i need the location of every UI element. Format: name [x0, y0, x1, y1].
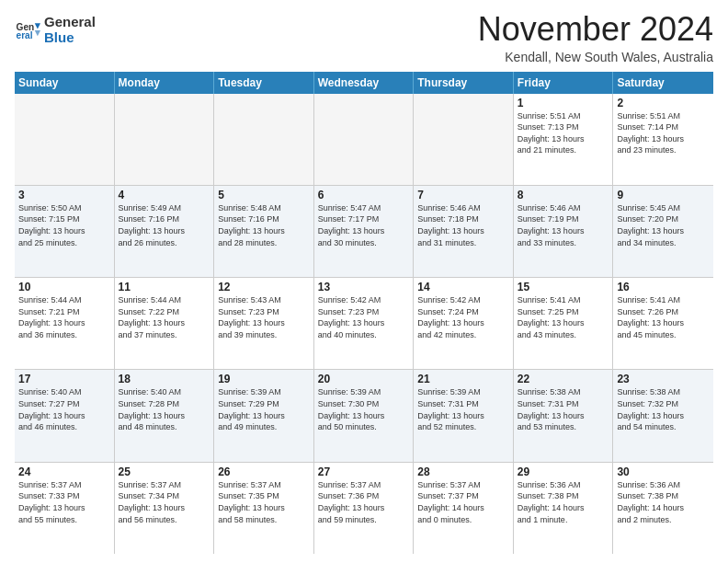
day-10: 10Sunrise: 5:44 AMSunset: 7:21 PMDayligh…	[15, 278, 115, 369]
day-18: 18Sunrise: 5:40 AMSunset: 7:28 PMDayligh…	[115, 370, 215, 461]
day-11: 11Sunrise: 5:44 AMSunset: 7:22 PMDayligh…	[115, 278, 215, 369]
day-22: 22Sunrise: 5:38 AMSunset: 7:31 PMDayligh…	[514, 370, 614, 461]
title-block: November 2024 Kendall, New South Wales, …	[478, 11, 713, 64]
day-1: 1Sunrise: 5:51 AMSunset: 7:13 PMDaylight…	[514, 94, 614, 185]
week-row-3: 10Sunrise: 5:44 AMSunset: 7:21 PMDayligh…	[15, 278, 713, 370]
day-26: 26Sunrise: 5:37 AMSunset: 7:35 PMDayligh…	[214, 463, 314, 554]
header-monday: Monday	[115, 72, 215, 94]
empty-cell	[115, 94, 215, 185]
logo-blue: Blue	[44, 29, 74, 45]
day-number: 24	[18, 465, 110, 478]
day-number: 21	[417, 373, 509, 385]
day-13: 13Sunrise: 5:42 AMSunset: 7:23 PMDayligh…	[314, 278, 415, 369]
day-number: 22	[518, 373, 609, 385]
day-number: 3	[18, 189, 110, 201]
day-number: 7	[417, 189, 509, 201]
day-number: 10	[18, 281, 110, 293]
day-number: 27	[318, 465, 410, 478]
day-number: 16	[617, 281, 710, 293]
header-wednesday: Wednesday	[314, 72, 415, 94]
day-number: 15	[518, 281, 609, 293]
day-info: Sunrise: 5:39 AMSunset: 7:29 PMDaylight:…	[218, 386, 310, 432]
day-7: 7Sunrise: 5:46 AMSunset: 7:18 PMDaylight…	[414, 186, 514, 277]
calendar: SundayMondayTuesdayWednesdayThursdayFrid…	[15, 72, 713, 554]
day-17: 17Sunrise: 5:40 AMSunset: 7:27 PMDayligh…	[15, 370, 115, 461]
day-number: 4	[119, 189, 210, 201]
week-row-2: 3Sunrise: 5:50 AMSunset: 7:15 PMDaylight…	[15, 186, 713, 278]
day-number: 30	[617, 465, 710, 478]
day-info: Sunrise: 5:39 AMSunset: 7:31 PMDaylight:…	[417, 386, 509, 432]
day-number: 28	[417, 465, 509, 478]
day-number: 25	[119, 465, 210, 478]
day-number: 26	[218, 465, 310, 478]
day-info: Sunrise: 5:50 AMSunset: 7:15 PMDaylight:…	[18, 202, 110, 248]
day-number: 6	[318, 189, 410, 201]
day-info: Sunrise: 5:38 AMSunset: 7:31 PMDaylight:…	[518, 386, 609, 432]
day-info: Sunrise: 5:44 AMSunset: 7:21 PMDaylight:…	[18, 294, 110, 340]
day-info: Sunrise: 5:37 AMSunset: 7:34 PMDaylight:…	[119, 479, 210, 525]
day-info: Sunrise: 5:51 AMSunset: 7:13 PMDaylight:…	[518, 110, 609, 156]
day-info: Sunrise: 5:42 AMSunset: 7:24 PMDaylight:…	[417, 294, 509, 340]
day-2: 2Sunrise: 5:51 AMSunset: 7:14 PMDaylight…	[613, 94, 713, 185]
empty-cell	[15, 94, 115, 185]
svg-marker-3	[35, 30, 40, 36]
day-number: 5	[218, 189, 310, 201]
day-number: 17	[18, 373, 110, 385]
day-21: 21Sunrise: 5:39 AMSunset: 7:31 PMDayligh…	[414, 370, 514, 461]
day-19: 19Sunrise: 5:39 AMSunset: 7:29 PMDayligh…	[214, 370, 314, 461]
day-info: Sunrise: 5:47 AMSunset: 7:17 PMDaylight:…	[318, 202, 410, 248]
svg-marker-2	[35, 23, 40, 29]
calendar-body: 1Sunrise: 5:51 AMSunset: 7:13 PMDaylight…	[15, 94, 713, 554]
day-number: 13	[318, 281, 410, 293]
day-number: 9	[617, 189, 710, 201]
day-info: Sunrise: 5:43 AMSunset: 7:23 PMDaylight:…	[218, 294, 310, 340]
logo: Gen eral General Blue	[15, 15, 96, 45]
day-info: Sunrise: 5:39 AMSunset: 7:30 PMDaylight:…	[318, 386, 410, 432]
day-5: 5Sunrise: 5:48 AMSunset: 7:16 PMDaylight…	[214, 186, 314, 277]
day-info: Sunrise: 5:48 AMSunset: 7:16 PMDaylight:…	[218, 202, 310, 248]
day-30: 30Sunrise: 5:36 AMSunset: 7:38 PMDayligh…	[613, 463, 713, 554]
day-info: Sunrise: 5:36 AMSunset: 7:38 PMDaylight:…	[617, 479, 710, 525]
day-info: Sunrise: 5:37 AMSunset: 7:33 PMDaylight:…	[18, 479, 110, 525]
day-info: Sunrise: 5:36 AMSunset: 7:38 PMDaylight:…	[518, 479, 609, 525]
day-25: 25Sunrise: 5:37 AMSunset: 7:34 PMDayligh…	[115, 463, 215, 554]
empty-cell	[414, 94, 514, 185]
page-header: Gen eral General Blue November 2024 Kend…	[15, 11, 713, 64]
empty-cell	[214, 94, 314, 185]
day-info: Sunrise: 5:38 AMSunset: 7:32 PMDaylight:…	[617, 386, 710, 432]
calendar-page: Gen eral General Blue November 2024 Kend…	[0, 0, 728, 563]
day-info: Sunrise: 5:40 AMSunset: 7:27 PMDaylight:…	[18, 386, 110, 432]
week-row-5: 24Sunrise: 5:37 AMSunset: 7:33 PMDayligh…	[15, 463, 713, 554]
day-14: 14Sunrise: 5:42 AMSunset: 7:24 PMDayligh…	[414, 278, 514, 369]
day-number: 14	[417, 281, 509, 293]
empty-cell	[314, 94, 415, 185]
day-info: Sunrise: 5:46 AMSunset: 7:19 PMDaylight:…	[518, 202, 609, 248]
week-row-4: 17Sunrise: 5:40 AMSunset: 7:27 PMDayligh…	[15, 370, 713, 462]
header-friday: Friday	[514, 72, 614, 94]
header-sunday: Sunday	[15, 72, 115, 94]
logo-text: General Blue	[44, 15, 96, 45]
day-number: 19	[218, 373, 310, 385]
day-number: 11	[119, 281, 210, 293]
calendar-header: SundayMondayTuesdayWednesdayThursdayFrid…	[15, 72, 713, 94]
day-info: Sunrise: 5:37 AMSunset: 7:35 PMDaylight:…	[218, 479, 310, 525]
day-27: 27Sunrise: 5:37 AMSunset: 7:36 PMDayligh…	[314, 463, 415, 554]
day-info: Sunrise: 5:46 AMSunset: 7:18 PMDaylight:…	[417, 202, 509, 248]
day-23: 23Sunrise: 5:38 AMSunset: 7:32 PMDayligh…	[613, 370, 713, 461]
week-row-1: 1Sunrise: 5:51 AMSunset: 7:13 PMDaylight…	[15, 94, 713, 186]
day-29: 29Sunrise: 5:36 AMSunset: 7:38 PMDayligh…	[514, 463, 614, 554]
day-number: 18	[119, 373, 210, 385]
day-info: Sunrise: 5:41 AMSunset: 7:25 PMDaylight:…	[518, 294, 609, 340]
day-4: 4Sunrise: 5:49 AMSunset: 7:16 PMDaylight…	[115, 186, 215, 277]
day-info: Sunrise: 5:42 AMSunset: 7:23 PMDaylight:…	[318, 294, 410, 340]
day-number: 12	[218, 281, 310, 293]
day-20: 20Sunrise: 5:39 AMSunset: 7:30 PMDayligh…	[314, 370, 415, 461]
day-info: Sunrise: 5:37 AMSunset: 7:36 PMDaylight:…	[318, 479, 410, 525]
day-number: 8	[518, 189, 609, 201]
day-number: 23	[617, 373, 710, 385]
day-24: 24Sunrise: 5:37 AMSunset: 7:33 PMDayligh…	[15, 463, 115, 554]
logo-icon: Gen eral	[15, 17, 40, 43]
location: Kendall, New South Wales, Australia	[478, 50, 713, 64]
header-thursday: Thursday	[414, 72, 514, 94]
day-9: 9Sunrise: 5:45 AMSunset: 7:20 PMDaylight…	[613, 186, 713, 277]
